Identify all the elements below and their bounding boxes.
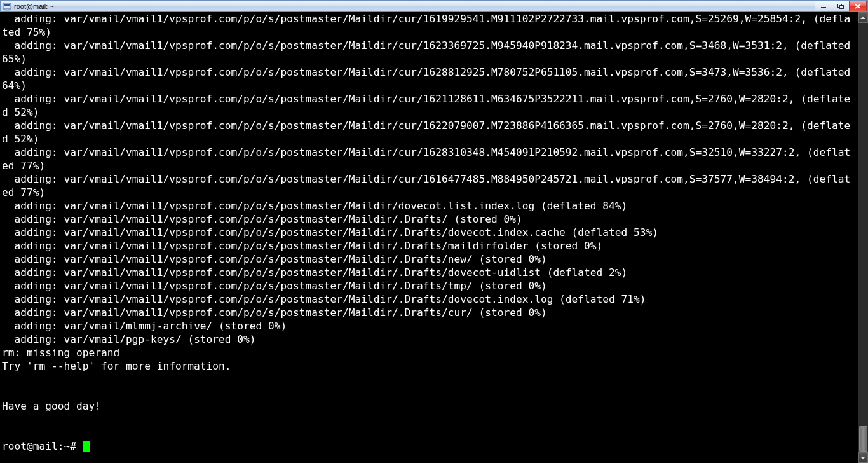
terminal-line: adding: var/vmail/vmail1/vpsprof.com/p/o… [2,239,857,252]
svg-rect-1 [4,4,10,6]
terminal-area: adding: var/vmail/vmail1/vpsprof.com/p/o… [0,12,868,463]
terminal-line: adding: var/vmail/vmail1/vpsprof.com/p/o… [2,293,857,306]
terminal-line: adding: var/vmail/vmail1/vpsprof.com/p/o… [2,66,857,92]
terminal-line: Try 'rm --help' for more information. [2,359,857,373]
terminal-line: adding: var/vmail/vmail1/vpsprof.com/p/o… [2,266,857,279]
svg-rect-5 [840,5,844,8]
terminal-line: rm: missing operand [2,346,857,359]
terminal-line: adding: var/vmail/pgp-keys/ (stored 0%) [2,333,857,346]
terminal-line [2,386,857,399]
prompt-line[interactable]: root@mail:~# [2,439,857,453]
terminal-line: adding: var/vmail/vmail1/vpsprof.com/p/o… [2,146,857,172]
window-title: root@mail: ~ [14,3,54,10]
terminal-line [2,373,857,386]
cursor [83,441,90,452]
terminal-line: adding: var/vmail/vmail1/vpsprof.com/p/o… [2,226,857,239]
svg-rect-2 [5,9,9,10]
terminal-line: adding: var/vmail/vmail1/vpsprof.com/p/o… [2,12,857,39]
scroll-down-button[interactable] [858,452,868,463]
minimize-button[interactable] [815,1,832,11]
putty-icon [2,1,12,11]
close-button[interactable] [849,1,867,11]
terminal-line: adding: var/vmail/vmail1/vpsprof.com/p/o… [2,39,857,66]
terminal-line: Have a good day! [2,399,857,413]
terminal-line: adding: var/vmail/vmail1/vpsprof.com/p/o… [2,119,857,146]
putty-window: root@mail: ~ adding: var/vmail/vmail1/vp… [0,0,868,463]
svg-rect-3 [821,7,826,8]
window-controls [815,1,867,11]
scrollbar[interactable] [858,12,868,463]
prompt-text: root@mail:~# [2,439,83,453]
terminal[interactable]: adding: var/vmail/vmail1/vpsprof.com/p/o… [0,12,858,463]
terminal-line: adding: var/vmail/vmail1/vpsprof.com/p/o… [2,252,857,266]
terminal-line: adding: var/vmail/vmail1/vpsprof.com/p/o… [2,212,857,226]
terminal-line: adding: var/vmail/vmail1/vpsprof.com/p/o… [2,172,857,199]
scroll-up-button[interactable] [858,12,868,23]
terminal-line: adding: var/vmail/vmail1/vpsprof.com/p/o… [2,199,857,212]
maximize-button[interactable] [832,1,850,11]
terminal-line [2,413,857,426]
terminal-line: adding: var/vmail/vmail1/vpsprof.com/p/o… [2,306,857,319]
titlebar[interactable]: root@mail: ~ [0,0,868,12]
terminal-line [2,426,857,439]
terminal-line: adding: var/vmail/mlmmj-archive/ (stored… [2,319,857,333]
terminal-line: adding: var/vmail/vmail1/vpsprof.com/p/o… [2,279,857,293]
scroll-thumb[interactable] [859,426,867,452]
terminal-line: adding: var/vmail/vmail1/vpsprof.com/p/o… [2,92,857,119]
